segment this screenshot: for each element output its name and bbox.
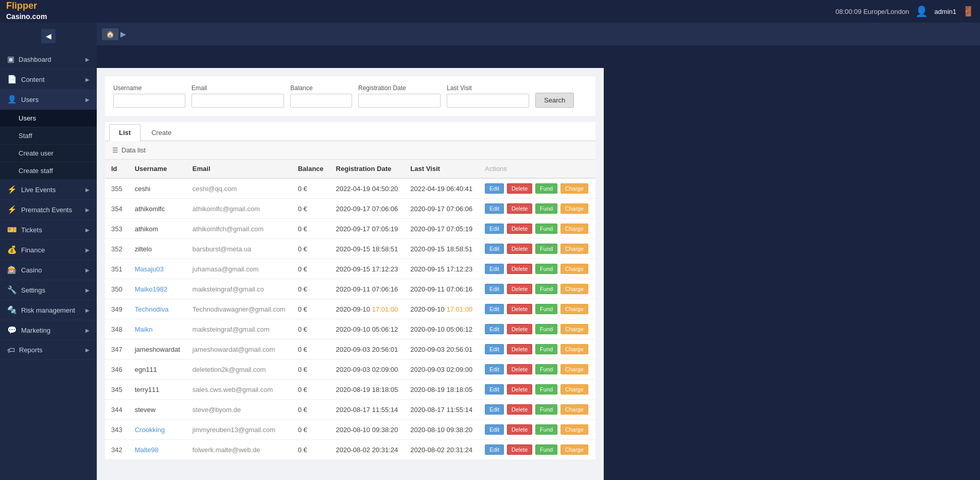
charge-button[interactable]: Charge: [561, 264, 588, 274]
charge-button[interactable]: Charge: [561, 424, 588, 435]
fund-button[interactable]: Fund: [535, 203, 557, 214]
users-table: Id Username Email Balance Registration D…: [105, 160, 596, 460]
delete-button[interactable]: Delete: [507, 224, 533, 234]
sidebar-item-settings[interactable]: 🔧 Settings ▶: [0, 280, 97, 300]
charge-button[interactable]: Charge: [561, 203, 588, 214]
charge-button[interactable]: Charge: [561, 183, 588, 194]
sidebar-item-label: Settings: [21, 286, 85, 294]
breadcrumb-home-button[interactable]: 🏠: [102, 28, 118, 40]
delete-button[interactable]: Delete: [507, 244, 533, 254]
edit-button[interactable]: Edit: [485, 424, 504, 435]
sidebar-item-casino[interactable]: 🎰 Casino ▶: [0, 260, 97, 280]
edit-button[interactable]: Edit: [485, 264, 504, 274]
delete-button[interactable]: Delete: [507, 183, 533, 194]
sidebar-item-risk-management[interactable]: 🔩 Risk management ▶: [0, 300, 97, 320]
data-section: ☰ Data list Id Username Email Balance Re…: [105, 141, 596, 460]
fund-button[interactable]: Fund: [535, 324, 557, 334]
cell-username: Malte98: [129, 440, 186, 460]
delete-button[interactable]: Delete: [507, 444, 533, 455]
charge-button[interactable]: Charge: [561, 284, 588, 294]
sidebar-item-tickets[interactable]: 🎫 Tickets ▶: [0, 220, 97, 240]
fund-button[interactable]: Fund: [535, 404, 557, 415]
edit-button[interactable]: Edit: [485, 344, 504, 354]
fund-button[interactable]: Fund: [535, 424, 557, 435]
edit-button[interactable]: Edit: [485, 244, 504, 254]
edit-button[interactable]: Edit: [485, 224, 504, 234]
table-row: 355 ceshi ceshi@qq.com 0 € 2022-04-19 04…: [105, 178, 596, 199]
cell-last-visit: 2020-09-17 07:06:06: [404, 199, 479, 219]
fund-button[interactable]: Fund: [535, 384, 557, 395]
table-row: 345 terry111 sales.cws.web@gmail.com 0 €…: [105, 380, 596, 400]
breadcrumb-arrow-icon: ▶: [120, 30, 126, 38]
sidebar-subitem-create-user[interactable]: Create user: [0, 145, 97, 162]
last-visit-input[interactable]: [447, 94, 529, 108]
cell-email: deletetion2k@gmail.com: [186, 359, 292, 380]
username-input[interactable]: [113, 94, 185, 108]
charge-button[interactable]: Charge: [561, 444, 588, 455]
logout-icon[interactable]: 🚪: [962, 6, 974, 17]
edit-button[interactable]: Edit: [485, 384, 504, 395]
charge-button[interactable]: Charge: [561, 224, 588, 234]
delete-button[interactable]: Delete: [507, 404, 533, 415]
charge-button[interactable]: Charge: [561, 324, 588, 334]
charge-button[interactable]: Charge: [561, 244, 588, 254]
delete-button[interactable]: Delete: [507, 364, 533, 374]
delete-button[interactable]: Delete: [507, 264, 533, 274]
sidebar-item-finance[interactable]: 💰 Finance ▶: [0, 240, 97, 260]
sidebar-item-content[interactable]: 📄 Content ▶: [0, 70, 97, 90]
edit-button[interactable]: Edit: [485, 304, 504, 314]
registration-date-input[interactable]: [358, 94, 441, 108]
delete-button[interactable]: Delete: [507, 344, 533, 354]
sidebar-collapse-button[interactable]: ◀: [41, 29, 56, 43]
chevron-right-icon: ▶: [85, 77, 90, 82]
sidebar-subitem-create-staff[interactable]: Create staff: [0, 162, 97, 180]
sidebar-item-prematch-events[interactable]: ⚡ Prematch Events ▶: [0, 200, 97, 220]
search-button[interactable]: Search: [535, 93, 574, 108]
balance-input[interactable]: [290, 94, 352, 108]
edit-button[interactable]: Edit: [485, 284, 504, 294]
fund-button[interactable]: Fund: [535, 224, 557, 234]
charge-button[interactable]: Charge: [561, 384, 588, 395]
cell-registration-date: 2020-08-17 11:55:14: [330, 400, 405, 420]
fund-button[interactable]: Fund: [535, 444, 557, 455]
charge-button[interactable]: Charge: [561, 364, 588, 374]
sidebar-item-users[interactable]: 👤 Users ▶: [0, 90, 97, 110]
col-id: Id: [105, 160, 129, 178]
fund-button[interactable]: Fund: [535, 304, 557, 314]
charge-button[interactable]: Charge: [561, 304, 588, 314]
edit-button[interactable]: Edit: [485, 404, 504, 415]
edit-button[interactable]: Edit: [485, 364, 504, 374]
sidebar-subitem-staff[interactable]: Staff: [0, 127, 97, 145]
charge-button[interactable]: Charge: [561, 344, 588, 354]
fund-button[interactable]: Fund: [535, 344, 557, 354]
edit-button[interactable]: Edit: [485, 183, 504, 194]
delete-button[interactable]: Delete: [507, 203, 533, 214]
table-row: 346 egn111 deletetion2k@gmail.com 0 € 20…: [105, 359, 596, 380]
email-input[interactable]: [191, 94, 284, 108]
sidebar-item-marketing[interactable]: 💬 Marketing ▶: [0, 320, 97, 340]
delete-button[interactable]: Delete: [507, 424, 533, 435]
edit-button[interactable]: Edit: [485, 324, 504, 334]
charge-button[interactable]: Charge: [561, 404, 588, 415]
sidebar-item-live-events[interactable]: ⚡ Live Events ▶: [0, 180, 97, 200]
sidebar-subitem-users[interactable]: Users: [0, 110, 97, 127]
delete-button[interactable]: Delete: [507, 284, 533, 294]
edit-button[interactable]: Edit: [485, 444, 504, 455]
fund-button[interactable]: Fund: [535, 284, 557, 294]
cell-id: 352: [105, 239, 129, 259]
sidebar-item-reports[interactable]: 🏷 Reports ▶: [0, 340, 97, 360]
delete-button[interactable]: Delete: [507, 304, 533, 314]
fund-button[interactable]: Fund: [535, 264, 557, 274]
reports-icon: 🏷: [7, 346, 15, 354]
sidebar-item-dashboard[interactable]: ▣ Dashboard ▶: [0, 49, 97, 70]
fund-button[interactable]: Fund: [535, 183, 557, 194]
delete-button[interactable]: Delete: [507, 324, 533, 334]
delete-button[interactable]: Delete: [507, 384, 533, 395]
fund-button[interactable]: Fund: [535, 244, 557, 254]
tab-list[interactable]: List: [109, 124, 141, 141]
fund-button[interactable]: Fund: [535, 364, 557, 374]
edit-button[interactable]: Edit: [485, 203, 504, 214]
chevron-right-icon: ▶: [85, 247, 90, 253]
sidebar-item-label: Users: [21, 96, 85, 104]
tab-create[interactable]: Create: [142, 124, 181, 141]
